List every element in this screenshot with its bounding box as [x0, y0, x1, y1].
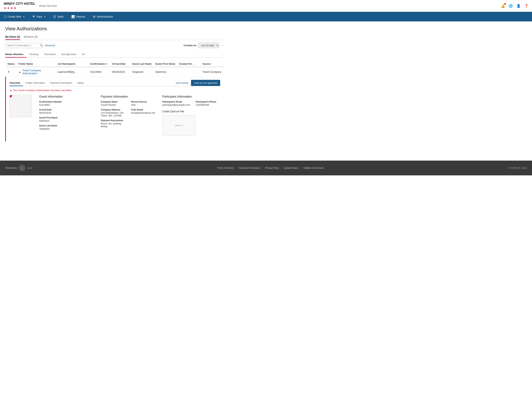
status-tabs: Needs Attention Pending Processed Not Ap…: [5, 51, 224, 58]
mark-not-approved-button[interactable]: mark as not approved: [191, 80, 220, 86]
view-cc-button[interactable]: view cc: [175, 124, 183, 127]
administration-label: Administration: [97, 15, 113, 18]
row-guest-first-cell: Daenerys: [153, 67, 177, 77]
participant-info-title: Participant Information: [162, 95, 217, 98]
company-address-field: Company Address 123 Somewhere, Out There…: [101, 108, 124, 117]
consumer-link[interactable]: Consumer Disclosure: [237, 167, 262, 169]
info-sections: Guest Information Confirmation Number 53…: [36, 95, 220, 138]
company-name-value: Travel Partner: [101, 104, 124, 106]
reports-icon: 📊: [71, 15, 75, 19]
needs-attention-tab[interactable]: Needs Attention: [5, 51, 26, 58]
auth-table: Status Folder Name 1st Participants Conf…: [5, 61, 224, 141]
footer-copyright: © Sertifi, Inc. 2024: [509, 167, 527, 169]
logo-area: WINDY CITY HOTEL ★ ★ ★ ★ Windy City Hote…: [4, 2, 57, 10]
th-participant: 1st Participants: [56, 61, 88, 67]
table-row: ▼ ▲ Travel Company Authorization superse…: [6, 67, 224, 77]
th-status: Status: [6, 61, 17, 67]
expanded-panel-cell: Overview Folder Information Payment Info…: [6, 77, 224, 142]
row-participant-cell: supersertifi@g...: [56, 67, 88, 77]
not-approved-tab[interactable]: Not Approved: [58, 51, 79, 57]
administration-nav[interactable]: ⚙ Administration: [89, 12, 117, 21]
star-2: ★: [7, 6, 10, 10]
main-content: View Authorizations My Items (2) All Ite…: [0, 21, 229, 146]
star-4: ★: [14, 6, 16, 10]
advanced-link[interactable]: advanced: [45, 44, 55, 47]
view-label: View: [37, 15, 42, 18]
star-1: ★: [4, 6, 6, 10]
folio-email-value: travelpartner@usa.net: [131, 111, 155, 114]
record-source-value: Test: [131, 104, 155, 106]
search-icon[interactable]: 🔍: [40, 44, 43, 47]
payment-col-left: Company Name Travel Partner Company Addr…: [101, 101, 124, 130]
pending-tab[interactable]: Pending: [26, 51, 41, 57]
table-body: ▼ ▲ Travel Company Authorization superse…: [6, 67, 224, 141]
tasks-nav[interactable]: ☰ Tasks: [49, 12, 68, 21]
participant-contact-row: Participant's Email participant@example.…: [162, 101, 217, 108]
search-box[interactable]: 🔍: [5, 43, 42, 48]
all-items-tab[interactable]: All Items (8): [24, 34, 38, 40]
terms-link[interactable]: Terms of Service: [215, 167, 236, 169]
inner-overview-tab[interactable]: Overview: [10, 80, 23, 86]
footer-links: Terms of Service | Consumer Disclosure |…: [215, 167, 326, 169]
logo-block: WINDY CITY HOTEL ★ ★ ★ ★: [4, 2, 35, 10]
inner-folder-tab[interactable]: Folder Information: [23, 80, 48, 86]
navbar: ☐ Create New ▼ 👁 View ▼ ☰ Tasks 📊 Report…: [0, 12, 532, 21]
page-title: View Authorizations: [5, 26, 224, 32]
inner-payment-tab[interactable]: Payment Information: [48, 80, 75, 86]
inner-actions: view activity mark as not approved: [176, 80, 220, 86]
company-name-field: Company Name Travel Partner: [101, 101, 124, 106]
th-guest-last: Guest Last Name: [130, 61, 153, 67]
payment-col-right: Record Source Test Folio Email travelpar…: [131, 101, 155, 130]
view-arrow: ▼: [44, 16, 46, 18]
arrival-label: Arrival Date: [39, 108, 93, 111]
my-items-tab[interactable]: My Items (2): [5, 34, 20, 40]
participant-info-col: Participant Information Participant's Em…: [159, 95, 220, 138]
view-nav[interactable]: 👁 View ▼: [29, 12, 49, 21]
notification-icon[interactable]: 🔔: [501, 4, 505, 8]
credit-card-title: Credit Card on File: [162, 110, 217, 113]
th-guest-first: Guest First Name: [153, 61, 177, 67]
confirmation-field: Confirmation Number 53124563: [39, 101, 93, 106]
notification-dot: [504, 3, 506, 5]
warning-message: ▲ This Travel Company Authorization has …: [10, 89, 220, 92]
help-icon[interactable]: ❓: [524, 4, 528, 8]
administration-icon: ⚙: [93, 15, 95, 19]
folder-name-link[interactable]: ▲ Travel Company Authorization: [19, 69, 54, 75]
more-options-button[interactable]: ···: [220, 43, 224, 47]
star-3: ★: [10, 6, 13, 10]
svg-text:S: S: [21, 167, 23, 169]
row-confirm-cell: 53124563: [88, 67, 110, 77]
system-link[interactable]: System Status: [282, 167, 300, 169]
participant-phone-label: Participant's Phone: [196, 101, 216, 103]
user-icon[interactable]: 👤: [516, 4, 521, 8]
participant-phone-field: Participant's Phone 1235556789: [196, 101, 216, 106]
create-new-nav[interactable]: ☐ Create New ▼: [0, 12, 29, 21]
search-input[interactable]: [7, 44, 38, 47]
hotel-subname: Windy City Hotel: [39, 4, 57, 7]
participant-phone-value: 1235556789: [196, 104, 216, 106]
row-folder-cell: ▲ Travel Company Authorization: [17, 67, 56, 77]
all-tab[interactable]: All: [79, 51, 87, 57]
filter-right: Created on: Last 30 days Last 7 days Las…: [184, 43, 224, 48]
row-expand-cell[interactable]: ▼: [6, 67, 17, 77]
row-source-cell: Travel Company: [201, 67, 224, 77]
folder-name-text: Travel Company Authorization: [22, 69, 54, 75]
globe-icon[interactable]: 🌐: [509, 4, 513, 8]
folio-email-label: Folio Email: [131, 108, 155, 111]
reports-nav[interactable]: 📊 Reports: [68, 12, 89, 21]
credit-card-box[interactable]: view cc: [162, 115, 196, 135]
inner-notes-tab[interactable]: Notes: [75, 80, 86, 86]
created-label: Created on:: [184, 44, 197, 47]
validate-link[interactable]: Validate A Document: [301, 167, 326, 169]
expand-row-button[interactable]: ▼: [7, 70, 10, 73]
items-tabs-row: My Items (2) All Items (8): [5, 34, 224, 40]
inner-tabs-row: Overview Folder Information Payment Info…: [10, 80, 220, 86]
top-header: WINDY CITY HOTEL ★ ★ ★ ★ Windy City Hote…: [0, 0, 532, 12]
date-range-select[interactable]: Last 30 days Last 7 days Last 90 days Cu…: [198, 43, 219, 48]
processed-tab[interactable]: Processed: [41, 51, 58, 57]
doc-thumbnail[interactable]: !: [10, 95, 32, 117]
footer-left: Powered by S Sertifi: [5, 164, 32, 172]
privacy-link[interactable]: Privacy Policy: [263, 167, 281, 169]
view-activity-link[interactable]: view activity: [176, 82, 189, 84]
folio-email-field: Folio Email travelpartner@usa.net: [131, 108, 155, 114]
